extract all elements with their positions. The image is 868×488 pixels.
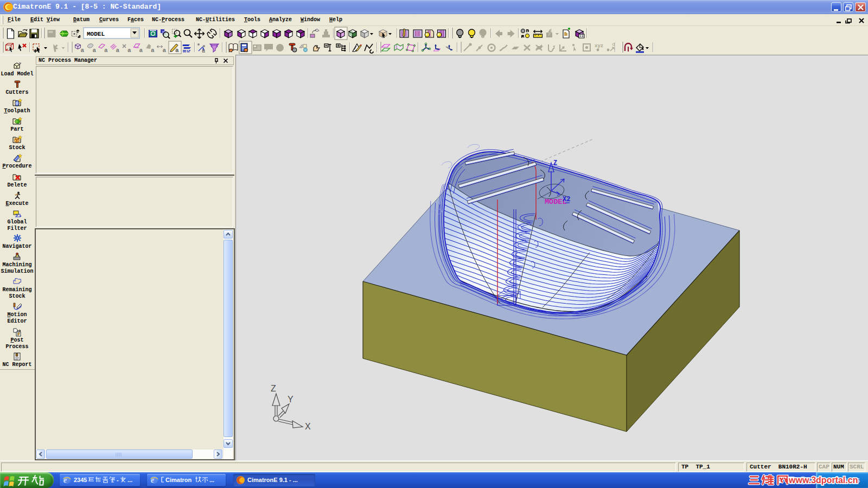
svg-text:a: a bbox=[139, 47, 143, 54]
svg-text:CimatronE 9.1 - ...: CimatronE 9.1 - ... bbox=[247, 477, 298, 483]
svg-text:X: X bbox=[305, 422, 311, 431]
svg-text:a: a bbox=[104, 47, 108, 54]
svg-text:a: a bbox=[116, 47, 120, 54]
svg-text:-: - bbox=[117, 477, 119, 483]
svg-text:a: a bbox=[175, 47, 179, 54]
svg-text:a: a bbox=[81, 47, 85, 54]
svg-text:2345: 2345 bbox=[74, 477, 87, 483]
svg-text:...: ... bbox=[209, 477, 214, 483]
svg-text:www.3dportal.cn: www.3dportal.cn bbox=[788, 476, 858, 485]
svg-text:Z: Z bbox=[271, 384, 276, 393]
svg-text:...: ... bbox=[127, 477, 132, 483]
svg-text:MODEL: MODEL bbox=[87, 31, 105, 37]
svg-text:Y: Y bbox=[288, 395, 293, 404]
svg-text:a: a bbox=[93, 47, 97, 54]
svg-text:a: a bbox=[151, 47, 155, 54]
svg-text:Z: Z bbox=[553, 159, 557, 167]
svg-text:a: a bbox=[163, 47, 167, 54]
svg-text:X2: X2 bbox=[563, 196, 570, 203]
svg-text:Cimatron: Cimatron bbox=[165, 477, 192, 483]
svg-text:a: a bbox=[127, 47, 131, 54]
svg-text:xyz: xyz bbox=[595, 43, 603, 49]
svg-text:a: a bbox=[202, 48, 205, 54]
